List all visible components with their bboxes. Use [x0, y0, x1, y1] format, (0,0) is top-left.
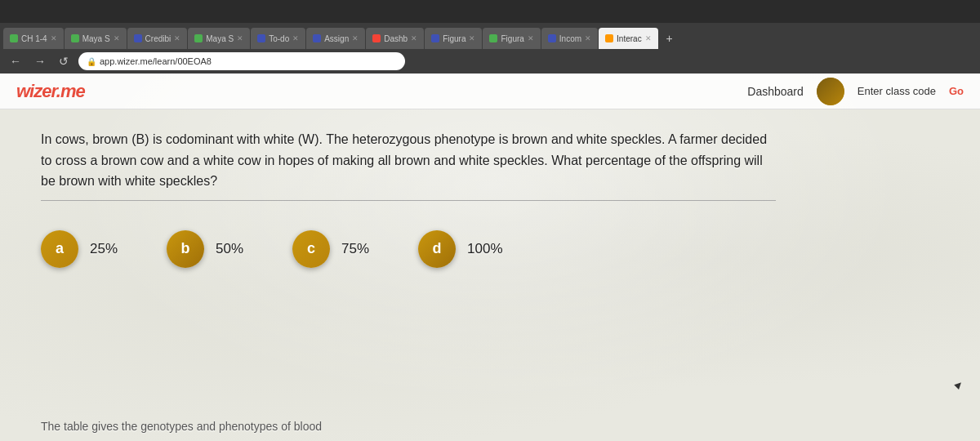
answer-value-d: 100%	[467, 241, 502, 257]
tab-close-todo[interactable]: ✕	[292, 34, 299, 42]
tab-close-dashb[interactable]: ✕	[411, 34, 417, 42]
answer-value-b: 50%	[216, 241, 243, 257]
tab-close-figura1[interactable]: ✕	[469, 34, 475, 42]
tab-icon-todo	[257, 34, 265, 42]
lock-icon: 🔒	[87, 57, 96, 66]
tab-label-dashb: Dashb	[384, 34, 408, 43]
answer-bubble-a: a	[41, 230, 78, 268]
header-right: Dashboard Enter class code Go	[747, 78, 964, 105]
tab-label-credibi: Credibi	[145, 34, 172, 43]
tab-maya1[interactable]: Maya S ✕	[65, 28, 127, 49]
question-area: In cows, brown (B) is codominant with wh…	[0, 109, 980, 230]
tab-label-maya1: Maya S	[82, 34, 110, 43]
tab-label-figura2: Figura	[501, 34, 523, 43]
answer-value-c: 75%	[341, 241, 369, 257]
tab-close-ch14[interactable]: ✕	[51, 34, 57, 42]
tab-label-todo: To-do	[269, 34, 289, 43]
tab-close-credibi[interactable]: ✕	[174, 34, 180, 42]
go-button[interactable]: Go	[949, 85, 964, 97]
answer-bubble-b: b	[167, 230, 204, 268]
enter-class-code-label[interactable]: Enter class code	[858, 85, 936, 97]
answer-bubble-d: d	[418, 230, 456, 268]
tab-close-maya1[interactable]: ✕	[114, 34, 120, 42]
tab-label-maya2: Maya S	[206, 34, 234, 43]
tab-bar: CH 1-4 ✕ Maya S ✕ Credibi ✕ Maya S ✕ To-…	[0, 23, 980, 49]
tab-label-figura1: Figura	[443, 34, 466, 43]
answer-bubble-c: c	[292, 230, 330, 268]
tab-label-incom: Incom	[559, 34, 581, 43]
back-button[interactable]: ←	[7, 53, 24, 69]
question-divider	[41, 200, 776, 201]
reload-button[interactable]: ↺	[56, 53, 72, 69]
tab-credibi[interactable]: Credibi ✕	[127, 28, 188, 49]
tab-dashb[interactable]: Dashb ✕	[366, 28, 424, 49]
tab-icon-figura2	[489, 34, 497, 42]
tab-close-figura2[interactable]: ✕	[528, 34, 534, 42]
answer-letter-c: c	[307, 240, 315, 257]
tab-icon-interac	[605, 34, 613, 42]
dashboard-link[interactable]: Dashboard	[747, 85, 804, 98]
tab-icon-figura1	[431, 34, 439, 42]
answer-letter-d: d	[433, 240, 442, 257]
answer-letter-a: a	[56, 240, 64, 257]
omnibox-bar: ← → ↺ 🔒 app.wizer.me/learn/00EOA8	[0, 49, 980, 74]
tab-icon-maya2	[194, 34, 203, 42]
tab-icon-ch14	[10, 34, 18, 42]
tab-close-assign[interactable]: ✕	[352, 34, 359, 42]
user-avatar[interactable]	[817, 78, 844, 105]
tab-ch14[interactable]: CH 1-4 ✕	[3, 28, 64, 49]
main-content: wizer.me Dashboard Enter class code Go I…	[0, 74, 980, 441]
answer-value-a: 25%	[90, 241, 118, 257]
cursor-pointer	[954, 377, 964, 392]
tab-icon-maya1	[71, 34, 79, 42]
tab-icon-credibi	[134, 34, 142, 42]
os-bar	[0, 0, 980, 23]
answer-letter-b: b	[181, 240, 190, 257]
tab-close-interac[interactable]: ✕	[645, 34, 652, 42]
page-header: wizer.me Dashboard Enter class code Go	[0, 74, 980, 109]
tab-figura1[interactable]: Figura ✕	[425, 28, 482, 49]
tab-icon-assign	[313, 34, 321, 42]
tab-todo[interactable]: To-do ✕	[251, 28, 305, 49]
wizer-logo: wizer.me	[16, 81, 85, 102]
tab-icon-dashb	[372, 34, 381, 42]
answer-options: a 25% b 50% c 75% d 100%	[0, 230, 980, 268]
tab-interac[interactable]: Interac ✕	[599, 28, 658, 49]
tab-close-maya2[interactable]: ✕	[237, 34, 243, 42]
tab-maya2[interactable]: Maya S ✕	[188, 28, 250, 49]
tab-incom[interactable]: Incom ✕	[541, 28, 598, 49]
url-text: app.wizer.me/learn/00EOA8	[100, 56, 212, 66]
tab-label-assign: Assign	[324, 34, 349, 43]
question-text: In cows, brown (B) is codominant with wh…	[41, 129, 776, 192]
tab-add-button[interactable]: +	[659, 28, 680, 49]
answer-option-c[interactable]: c 75%	[292, 230, 369, 268]
tab-icon-incom	[548, 34, 556, 42]
forward-button[interactable]: →	[31, 53, 49, 69]
bottom-text: The table gives the genotypes and phenot…	[41, 420, 322, 433]
tab-figura2[interactable]: Figura ✕	[483, 28, 540, 49]
bottom-text-content: The table gives the genotypes and phenot…	[41, 420, 322, 433]
answer-option-a[interactable]: a 25%	[41, 230, 118, 268]
address-bar[interactable]: 🔒 app.wizer.me/learn/00EOA8	[78, 52, 405, 70]
answer-option-d[interactable]: d 100%	[418, 230, 502, 268]
tab-assign[interactable]: Assign ✕	[306, 28, 365, 49]
answer-option-b[interactable]: b 50%	[167, 230, 243, 268]
avatar-image	[817, 78, 844, 105]
browser-chrome: CH 1-4 ✕ Maya S ✕ Credibi ✕ Maya S ✕ To-…	[0, 23, 980, 74]
logo-text: wizer.me	[16, 81, 85, 101]
tab-label-interac: Interac	[617, 34, 642, 43]
tab-close-incom[interactable]: ✕	[585, 34, 591, 42]
tab-label-ch14: CH 1-4	[21, 34, 47, 43]
